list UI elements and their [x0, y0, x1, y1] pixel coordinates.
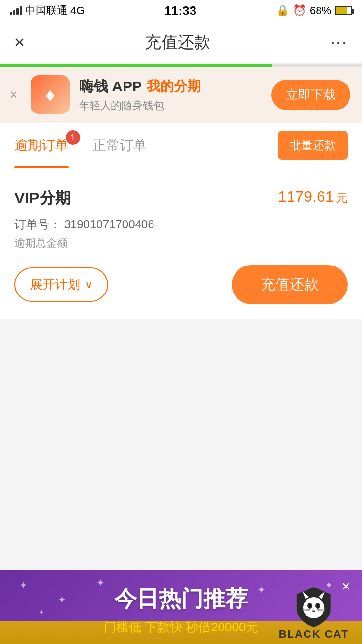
order-id-value: 31901071700406 [64, 218, 154, 231]
order-currency: 元 [336, 191, 348, 204]
status-bar: 中国联通 4G 11:33 🔒 ⏰ 68% [0, 0, 362, 21]
order-actions: 展开计划 ∨ 充值还款 [14, 265, 348, 304]
order-status: 逾期总金额 [14, 236, 348, 251]
close-button[interactable]: × [14, 32, 25, 53]
divider [0, 328, 362, 338]
expand-plan-button[interactable]: 展开计划 ∨ [14, 267, 108, 302]
header: × 充值还款 ··· [0, 21, 362, 64]
order-amount: 1179.61 [278, 188, 334, 205]
batch-repay-button[interactable]: 批量还款 [278, 131, 348, 160]
network-label: 4G [70, 4, 84, 17]
status-left: 中国联通 4G [10, 3, 84, 18]
order-header: VIP分期 1179.61 元 [14, 188, 348, 209]
order-id-label: 订单号： [14, 218, 61, 231]
banner-subtitle: 门槛低 下款快 秒借20000元 [104, 619, 259, 636]
svg-point-0 [303, 597, 324, 618]
empty-content-area [0, 338, 362, 570]
ad-app-name: 嗨钱 APP [79, 77, 142, 97]
battery-label: 68% [310, 4, 331, 17]
time-label: 11:33 [164, 3, 196, 18]
shield-icon [292, 585, 335, 628]
order-card: VIP分期 1179.61 元 订单号： 31901071700406 逾期总金… [0, 168, 362, 319]
banner-title: 今日热门推荐 [114, 584, 248, 614]
ad-slogan: 年轻人的随身钱包 [79, 98, 271, 113]
black-cat-logo: BLACK CAT [265, 583, 362, 644]
status-right: 🔒 ⏰ 68% [276, 4, 352, 17]
lock-icon: 🔒 [276, 4, 289, 17]
tabs-container: 逾期订单 1 正常订单 批量还款 [0, 123, 362, 168]
alarm-icon: ⏰ [293, 4, 306, 17]
app-logo-icon: ♦ [45, 84, 55, 106]
order-id-row: 订单号： 31901071700406 [14, 217, 348, 232]
order-amount-block: 1179.61 元 [278, 188, 348, 206]
ad-download-button[interactable]: 立即下载 [271, 80, 350, 110]
bottom-banner: ✦ ✦ ✦ ✦ ✦ ✦ ✦ ✦ × 今日热门推荐 门槛低 下款快 秒借20000… [0, 570, 362, 644]
page-title: 充值还款 [145, 31, 210, 54]
tab-overdue[interactable]: 逾期订单 1 [14, 123, 69, 168]
order-type: VIP分期 [14, 188, 70, 209]
svg-point-6 [317, 604, 319, 608]
overdue-badge: 1 [66, 130, 80, 145]
ad-tag: 我的分期 [147, 77, 201, 96]
svg-point-5 [309, 604, 311, 608]
black-cat-label: BLACK CAT [279, 628, 349, 641]
more-button[interactable]: ··· [330, 32, 348, 53]
ad-close-button[interactable]: × [10, 87, 17, 102]
carrier-label: 中国联通 [25, 3, 68, 18]
battery-icon [335, 6, 352, 15]
tab-normal[interactable]: 正常订单 [93, 123, 147, 168]
chevron-down-icon: ∨ [85, 279, 93, 291]
ad-banner: × ♦ 嗨钱 APP 我的分期 年轻人的随身钱包 立即下载 [0, 67, 362, 123]
ad-app-icon: ♦ [31, 75, 70, 114]
signal-icon [10, 6, 22, 15]
ad-text-block: 嗨钱 APP 我的分期 年轻人的随身钱包 [79, 77, 271, 113]
expand-plan-label: 展开计划 [30, 276, 80, 293]
repay-button[interactable]: 充值还款 [232, 265, 348, 304]
